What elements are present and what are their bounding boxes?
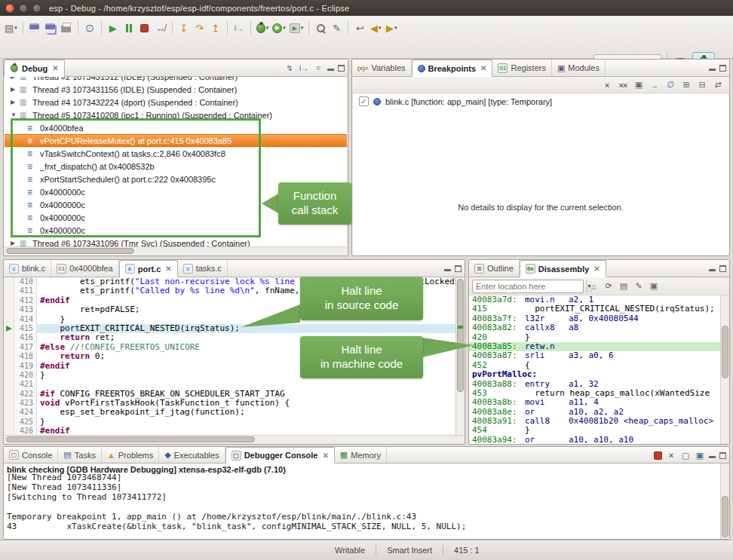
debug-thread-tree[interactable]: ▶▥Thread #2 1073431312 (IDLE) (Suspended… <box>5 77 347 248</box>
debug-stack-frame-row[interactable]: ≡0x4000000c <box>5 198 347 211</box>
tab-memory[interactable]: ▦ Memory <box>335 447 387 463</box>
scrollbar-thumb[interactable] <box>6 248 134 254</box>
source-code-editor[interactable]: ets_printf("Last non-recursive lock %s l… <box>37 277 465 436</box>
step-over-button[interactable]: ↷ <box>192 20 207 36</box>
remove-breakpoint-icon[interactable]: × <box>602 79 612 91</box>
code-line[interactable]: #endif <box>40 362 465 371</box>
minimize-view-icon[interactable] <box>709 65 716 72</box>
code-line[interactable]: esp_set_breakpoint_if_jtag(function); <box>40 408 465 417</box>
debug-stack-frame-row[interactable]: ≡vTaskSwitchContext() at tasks.c:2,846 0… <box>5 147 347 160</box>
run-button[interactable]: ▶▾ <box>271 20 287 36</box>
debug-stack-frame-row[interactable]: ≡vPortCPUReleaseMutex() at port.c:415 0x… <box>5 134 347 147</box>
scrollbar-thumb[interactable] <box>6 436 255 442</box>
tab-outline[interactable]: ≣ Outline <box>469 260 520 277</box>
save-all-button[interactable] <box>43 20 58 36</box>
chevron-expanded-icon[interactable]: ▼ <box>11 112 20 118</box>
skip-all-breakpoints-button[interactable]: ∅ <box>82 20 97 36</box>
tab-registers[interactable]: 01 Registers <box>492 60 551 76</box>
chevron-collapsed-icon[interactable]: ▶ <box>11 99 20 106</box>
tab-disassembly[interactable]: 0x Disassembly ✕ <box>520 260 606 277</box>
tab-problems[interactable]: ▲ Problems <box>102 447 159 463</box>
show-breakpoints-supported-icon[interactable]: ▣ <box>633 79 644 91</box>
close-icon[interactable]: ✕ <box>322 451 328 460</box>
breakpoint-checkbox[interactable]: ✓ <box>359 96 369 106</box>
console-output[interactable]: blink checking [GDB Hardware Debugging] … <box>4 464 720 539</box>
remove-launch-icon[interactable]: × <box>666 449 676 461</box>
window-maximize-button[interactable] <box>32 4 41 13</box>
titlebar[interactable]: esp - Debug - /home/krzysztof/esp/esp-id… <box>0 0 733 16</box>
scrollbar-thumb[interactable] <box>457 279 464 392</box>
window-close-button[interactable] <box>5 4 14 13</box>
code-line[interactable]: ret=pdFALSE; <box>40 305 465 314</box>
maximize-view-icon[interactable] <box>338 65 345 72</box>
remove-all-breakpoints-icon[interactable]: ×× <box>618 79 628 91</box>
editor-horizontal-scrollbar[interactable] <box>5 435 464 443</box>
expand-all-icon[interactable]: ⊞ <box>681 79 692 91</box>
tab-debug[interactable]: Debug ✕ <box>4 60 65 77</box>
debug-thread-row[interactable]: ▶▥Thread #4 1073432224 (dport) (Suspende… <box>5 96 347 109</box>
back-button[interactable]: ◀▾ <box>368 20 383 36</box>
track-expression-icon[interactable]: ✎ <box>633 280 644 292</box>
new-wizard-button[interactable]: ▤▾ <box>3 20 19 36</box>
tab-tasks-c[interactable]: c tasks.c <box>178 260 228 277</box>
instruction-stepping-mode-icon[interactable]: i→ <box>299 62 309 74</box>
tab-variables[interactable]: (x)= Variables <box>352 60 412 76</box>
collapse-all-icon[interactable]: ⊟ <box>697 79 707 91</box>
maximize-view-icon[interactable] <box>719 65 726 72</box>
connect-process-icon[interactable]: ↯ <box>284 62 295 74</box>
tab-debugger-console[interactable]: ▢ Debugger Console ✕ <box>225 447 335 464</box>
scrollbar-thumb[interactable] <box>722 326 728 378</box>
disassembly-line[interactable]: 40083a94:ora10, a10, a10 <box>472 436 720 444</box>
code-line[interactable]: } <box>40 418 465 427</box>
chevron-collapsed-icon[interactable]: ▶ <box>11 77 20 80</box>
location-input[interactable] <box>473 282 586 291</box>
tab-port-c[interactable]: c port.c ✕ <box>119 260 178 277</box>
forward-button[interactable]: ▶▾ <box>384 20 399 36</box>
tab-blink-c[interactable]: c blink.c <box>4 260 51 277</box>
close-icon[interactable]: ✕ <box>52 64 58 72</box>
resume-button[interactable]: ▶ <box>106 20 121 36</box>
disconnect-button[interactable]: ↮ <box>153 20 168 36</box>
code-line[interactable]: } <box>40 371 465 380</box>
code-line[interactable]: ets_printf("Called by %s line %d\n", fnN… <box>40 286 465 295</box>
disassembly-line[interactable]: 40083a87:srlia3, a0, 6 <box>472 351 720 360</box>
debug-stack-frame-row[interactable]: ≡xPortStartScheduler() at port.c:222 0x4… <box>5 173 347 185</box>
debug-stack-frame-row[interactable]: ≡0x4000bfea <box>5 121 347 134</box>
open-new-view-icon[interactable]: ▣ <box>649 280 659 292</box>
tab-breakpoints[interactable]: Breakpoints ✕ <box>412 60 493 77</box>
close-icon[interactable]: ✕ <box>593 265 600 273</box>
view-menu-icon[interactable]: ▿ <box>313 62 324 74</box>
breakpoint-row[interactable]: ✓ blink.c [function: app_main] [type: Te… <box>353 93 728 106</box>
step-into-button[interactable]: ↧ <box>176 20 192 36</box>
display-selected-console-icon[interactable]: ▢ <box>680 449 691 461</box>
maximize-view-icon[interactable] <box>719 452 726 459</box>
debug-thread-row[interactable]: ▶▥Thread #3 1073431156 (IDLE) (Suspended… <box>5 83 347 96</box>
maximize-view-icon[interactable] <box>719 265 726 272</box>
go-to-file-for-breakpoint-icon[interactable]: → <box>649 79 660 91</box>
debug-thread-row[interactable]: ▼▥Thread #5 1073410208 (ipc1 : Running) … <box>5 109 347 121</box>
step-return-button[interactable]: ↥ <box>208 20 223 36</box>
debug-stack-frame-row[interactable]: ≡0x4000000c <box>5 185 347 198</box>
show-source-toggle-icon[interactable]: ▤ <box>618 280 629 292</box>
debug-stack-frame-row[interactable]: ≡0x4000000c <box>5 211 347 224</box>
disassembly-line[interactable]: 40083a91:call80x40081b20 <heap_caps_mall… <box>472 417 720 426</box>
chevron-collapsed-icon[interactable]: ▶ <box>11 240 20 246</box>
tab-0x4000bfea[interactable]: 01 0x4000bfea <box>51 260 119 277</box>
print-button[interactable] <box>59 20 74 36</box>
debug-thread-row[interactable]: ▶▥Thread #2 1073431312 (IDLE) (Suspended… <box>5 77 347 83</box>
refresh-icon[interactable]: ⟳ <box>603 280 614 292</box>
terminate-icon[interactable] <box>654 451 662 460</box>
annotation-ruler[interactable] <box>4 277 14 436</box>
instruction-stepping-button[interactable]: i→ <box>232 20 247 36</box>
terminate-button[interactable] <box>137 20 152 36</box>
tab-modules[interactable]: ▣ Modules <box>552 60 606 76</box>
maximize-view-icon[interactable] <box>455 265 462 272</box>
skip-all-breakpoints-icon[interactable]: ∅ <box>665 79 676 91</box>
minimize-view-icon[interactable] <box>709 452 716 459</box>
close-icon[interactable]: ✕ <box>165 265 171 273</box>
suspend-button[interactable] <box>121 20 136 36</box>
debug-button[interactable]: ▾ <box>255 20 271 36</box>
chevron-collapsed-icon[interactable]: ▶ <box>11 86 20 93</box>
debug-stack-frame-row[interactable]: ≡_frxt_dispatch() at 0x4008532b <box>5 160 347 173</box>
disassembly-listing[interactable]: 40083a7d:movi.na2, 1415 portEXIT_CRITICA… <box>469 295 720 444</box>
